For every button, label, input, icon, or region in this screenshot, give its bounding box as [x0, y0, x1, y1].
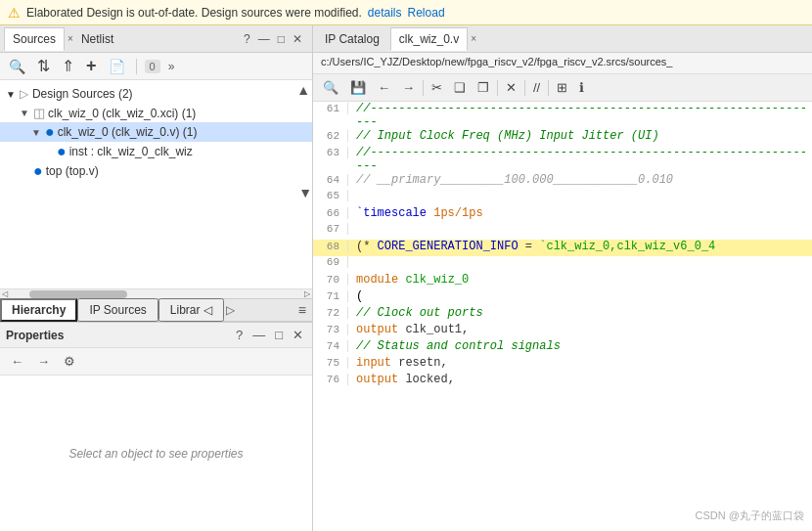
tab-ip-catalog[interactable]: IP Catalog	[317, 28, 387, 50]
scroll-up-btn[interactable]: ▲	[296, 82, 310, 98]
code-line: 76 output locked,	[313, 373, 812, 389]
right-tab-bar: IP Catalog clk_wiz_0.v ×	[313, 25, 812, 53]
search-btn[interactable]: 🔍	[6, 58, 28, 75]
scroll-down-btn[interactable]: ▼	[298, 185, 312, 200]
h-scrollbar-thumb[interactable]	[29, 290, 127, 298]
code-line: 74 // Status and control signals	[313, 339, 812, 356]
top-icon: ●	[33, 163, 43, 179]
tab-ip-sources[interactable]: IP Sources	[77, 298, 158, 322]
scroll-left-icon[interactable]: ◁	[0, 289, 10, 299]
code-content: (	[356, 289, 363, 303]
code-content: // Input Clock Freq (MHz) Input Jitter (…	[356, 129, 659, 143]
tab-clk-wiz[interactable]: clk_wiz_0.v	[390, 27, 468, 51]
properties-maximize-btn[interactable]: □	[272, 327, 286, 343]
sort-btn[interactable]: ⇅	[34, 56, 53, 76]
bottom-tabs: Hierarchy IP Sources Librar ◁ ▷ ≡	[0, 298, 312, 322]
csdn-watermark: CSDN @丸子的蓝口袋	[696, 509, 804, 523]
code-line: 62// Input Clock Freq (MHz) Input Jitter…	[313, 129, 812, 146]
filepath-text: c:/Users/IC_YJZ/Desktop/new/fpga_riscv_v…	[321, 56, 672, 67]
tree-item-clk-xci[interactable]: ▼ ◫ clk_wiz_0 (clk_wiz_0.xci) (1)	[0, 104, 312, 122]
line-number: 66	[313, 207, 348, 219]
clk-wiz-close[interactable]: ×	[471, 33, 476, 44]
tree-item-clk-v[interactable]: ▼ ● clk_wiz_0 (clk_wiz_0.v) (1)	[0, 122, 312, 142]
code-content: (* CORE_GENERATION_INFO = `clk_wiz_0,clk…	[356, 240, 715, 253]
code-editor[interactable]: 61//------------------------------------…	[313, 102, 812, 531]
file-btn[interactable]: 📄	[106, 58, 128, 75]
line-number: 67	[313, 223, 348, 235]
settings-icon[interactable]: ≡	[298, 302, 312, 318]
design-sources-label: Design Sources (2)	[32, 87, 133, 101]
editor-delete-btn[interactable]: ✕	[502, 79, 520, 96]
design-sources-node[interactable]: ▼ ▷ Design Sources (2)	[0, 84, 312, 104]
warning-bar: ⚠ Elaborated Design is out-of-date. Desi…	[0, 0, 812, 25]
minimize-icon-btn[interactable]: —	[256, 30, 272, 48]
tree-item-top-label: top (top.v)	[46, 164, 99, 178]
design-sources-arrow: ▼	[6, 89, 16, 100]
main-layout: Sources × Netlist ? — □ ✕ 🔍 ⇅ ⇑ + 📄 0 » …	[0, 25, 812, 531]
editor-comment-btn[interactable]: //	[529, 79, 544, 96]
line-number: 71	[313, 290, 348, 302]
editor-grid-btn[interactable]: ⊞	[553, 79, 571, 96]
editor-paste-btn[interactable]: ❐	[474, 79, 493, 96]
more-btn[interactable]: »	[168, 60, 175, 73]
sources-toolbar: 🔍 ⇅ ⇑ + 📄 0 »	[0, 53, 312, 80]
tree-item-clk-xci-label: clk_wiz_0 (clk_wiz_0.xci) (1)	[48, 107, 196, 120]
filepath-bar: c:/Users/IC_YJZ/Desktop/new/fpga_riscv_v…	[313, 53, 812, 74]
code-line: 69	[313, 256, 812, 273]
editor-copy-btn[interactable]: ❑	[450, 79, 470, 96]
tab-netlist[interactable]: Netlist	[73, 28, 121, 50]
editor-back-btn[interactable]: ←	[374, 79, 394, 96]
scroll-right-icon[interactable]: ▷	[302, 289, 312, 299]
line-number: 61	[313, 103, 348, 114]
properties-toolbar: ← → ⚙	[0, 348, 312, 376]
close-icon-btn[interactable]: ✕	[291, 30, 304, 48]
editor-cut-btn[interactable]: ✂	[428, 79, 446, 96]
code-content: // Clock out ports	[356, 306, 483, 320]
help-icon-btn[interactable]: ?	[242, 30, 252, 48]
props-settings-btn[interactable]: ⚙	[61, 353, 78, 370]
add-btn[interactable]: +	[83, 55, 100, 77]
tree-content: ▼ ▷ Design Sources (2) ▼ ◫ clk_wiz_0 (cl…	[0, 80, 312, 185]
tree-area[interactable]: ▲ ▼ ▷ Design Sources (2) ▼ ◫ clk_wiz_0 (…	[0, 80, 312, 288]
code-line: 70module clk_wiz_0	[313, 273, 812, 289]
reload-link[interactable]: Reload	[408, 6, 445, 20]
line-number: 63	[313, 147, 348, 158]
warning-icon: ⚠	[8, 5, 21, 21]
upload-btn[interactable]: ⇑	[59, 56, 77, 76]
code-line: 75 input resetn,	[313, 356, 812, 373]
properties-content: Select an object to see properties	[0, 376, 312, 531]
props-back-btn[interactable]: ←	[8, 353, 26, 370]
code-line: 61//------------------------------------…	[313, 102, 812, 129]
tab-sources[interactable]: Sources	[4, 27, 65, 51]
properties-close-btn[interactable]: ✕	[290, 327, 306, 343]
left-panel: Sources × Netlist ? — □ ✕ 🔍 ⇅ ⇑ + 📄 0 » …	[0, 25, 313, 531]
tree-item-top[interactable]: ● top (top.v)	[0, 161, 312, 181]
properties-minimize-btn[interactable]: —	[249, 327, 268, 343]
details-link[interactable]: details	[368, 6, 402, 20]
code-line: 63//------------------------------------…	[313, 146, 812, 173]
left-tab-bar: Sources × Netlist ? — □ ✕	[0, 25, 312, 53]
tab-hierarchy[interactable]: Hierarchy	[0, 298, 77, 322]
code-line: 65	[313, 190, 812, 206]
code-line: 67	[313, 223, 812, 240]
tree-item-inst[interactable]: ● inst : clk_wiz_0_clk_wiz	[0, 142, 312, 161]
editor-fwd-btn[interactable]: →	[398, 79, 419, 96]
properties-placeholder: Select an object to see properties	[68, 447, 243, 461]
properties-help-btn[interactable]: ?	[233, 327, 246, 343]
editor-save-btn[interactable]: 💾	[346, 79, 370, 96]
editor-search-btn[interactable]: 🔍	[319, 79, 342, 96]
code-content: //--------------------------------------…	[356, 146, 812, 173]
code-line: 71(	[313, 289, 812, 306]
tab-library[interactable]: Librar ◁	[158, 298, 224, 322]
h-scrollbar[interactable]: ◁ ▷	[0, 288, 312, 298]
props-fwd-btn[interactable]: →	[34, 353, 53, 370]
line-number: 69	[313, 256, 348, 268]
maximize-icon-btn[interactable]: □	[276, 30, 287, 48]
properties-title: Properties	[6, 329, 229, 342]
code-line: 72 // Clock out ports	[313, 306, 812, 323]
line-number: 75	[313, 357, 348, 369]
badge-count: 0	[145, 60, 160, 73]
code-content: output clk_out1,	[356, 323, 469, 336]
editor-info-btn[interactable]: ℹ	[575, 79, 588, 96]
more-tabs-btn[interactable]: ▷	[226, 303, 235, 317]
